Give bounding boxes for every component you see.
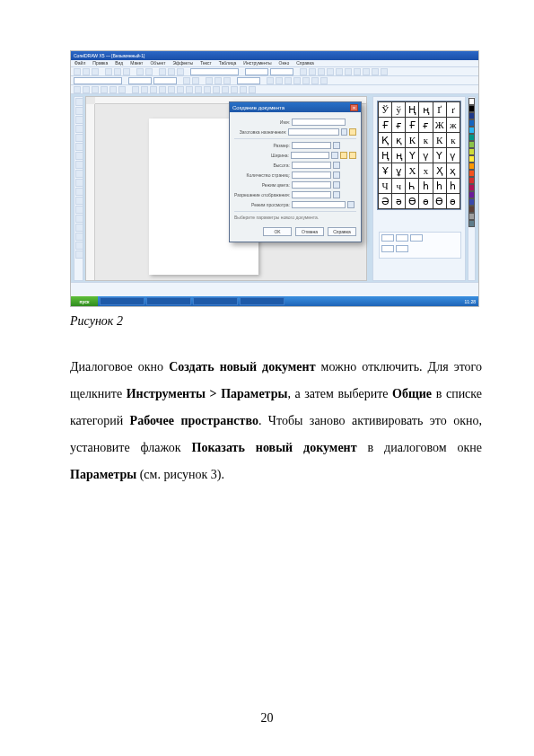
tool-button[interactable] bbox=[75, 161, 83, 169]
toolbar-button[interactable] bbox=[150, 86, 157, 93]
color-swatch[interactable] bbox=[468, 206, 475, 213]
toolbar-button[interactable] bbox=[168, 86, 175, 93]
glyph-cell[interactable]: Ч bbox=[379, 179, 392, 194]
field-preview[interactable] bbox=[292, 201, 346, 208]
toolbar-button[interactable] bbox=[223, 77, 231, 84]
toolbar-button[interactable] bbox=[320, 77, 328, 84]
toolbar-button[interactable] bbox=[381, 68, 388, 75]
toolbar-button[interactable] bbox=[74, 86, 81, 93]
menu-item[interactable]: Справка bbox=[296, 60, 314, 66]
tool-button[interactable] bbox=[75, 98, 83, 106]
glyph-cell[interactable]: ң bbox=[419, 102, 433, 118]
ok-button[interactable]: OK bbox=[263, 227, 292, 236]
glyph-cell[interactable]: К bbox=[433, 133, 446, 148]
toolbar-button[interactable] bbox=[345, 68, 352, 75]
glyph-cell[interactable]: Ң bbox=[406, 102, 419, 118]
tool-button[interactable] bbox=[75, 125, 83, 133]
field-dpi[interactable] bbox=[292, 191, 331, 198]
toolbar-button[interactable] bbox=[302, 77, 310, 84]
field-size[interactable] bbox=[292, 142, 331, 149]
glyph-cell[interactable]: һ bbox=[419, 179, 433, 194]
toolbar-number[interactable] bbox=[270, 68, 293, 75]
glyph-cell[interactable]: ҳ bbox=[446, 163, 460, 179]
toolbar-button[interactable] bbox=[123, 68, 130, 75]
tool-button[interactable] bbox=[75, 242, 83, 250]
toolbar-button[interactable] bbox=[145, 68, 153, 75]
glyph-cell[interactable]: к bbox=[419, 133, 433, 148]
toolbar-combo[interactable] bbox=[74, 77, 122, 84]
glyph-cell[interactable]: қ bbox=[392, 133, 406, 148]
toolbar-button[interactable] bbox=[159, 86, 166, 93]
toolbar-button[interactable] bbox=[222, 86, 229, 93]
cancel-button[interactable]: Отмена bbox=[295, 227, 324, 236]
toolbar-button[interactable] bbox=[249, 86, 256, 93]
field-preset[interactable] bbox=[288, 128, 338, 136]
glyph-cell[interactable]: ў bbox=[392, 102, 406, 118]
stepper-icon[interactable] bbox=[333, 162, 340, 169]
glyph-cell[interactable]: Ғ bbox=[406, 118, 419, 133]
toolbar-button[interactable] bbox=[74, 68, 81, 75]
menu-item[interactable]: Текст bbox=[200, 60, 212, 66]
toolbar-button[interactable] bbox=[109, 86, 117, 93]
menu-item[interactable]: Эффекты bbox=[172, 60, 193, 66]
help-button[interactable]: Справка bbox=[328, 227, 356, 236]
orientation-portrait-icon[interactable] bbox=[340, 152, 347, 159]
glyph-cell[interactable]: х bbox=[419, 163, 433, 179]
tool-button[interactable] bbox=[75, 197, 83, 205]
toolbar-button[interactable] bbox=[168, 68, 175, 75]
glyph-cell[interactable]: Х bbox=[406, 163, 419, 179]
toolbar-button[interactable] bbox=[192, 77, 199, 84]
toolbar-button[interactable] bbox=[136, 68, 144, 75]
glyph-cell[interactable]: Һ bbox=[406, 179, 419, 194]
save-preset-icon[interactable] bbox=[349, 128, 356, 136]
glyph-cell[interactable]: һ bbox=[446, 179, 460, 194]
color-swatch[interactable] bbox=[468, 220, 475, 227]
menu-item[interactable]: Макет bbox=[130, 60, 143, 66]
glyph-cell[interactable]: ү bbox=[446, 148, 460, 163]
start-button[interactable]: пуск bbox=[71, 296, 98, 306]
menu-item[interactable]: Объект bbox=[150, 60, 165, 66]
toolbar-button[interactable] bbox=[177, 68, 184, 75]
glyph-cell[interactable]: ө bbox=[419, 194, 433, 209]
glyph-cell[interactable]: ө bbox=[446, 194, 460, 209]
toolbar-button[interactable] bbox=[293, 77, 301, 84]
field-width[interactable] bbox=[291, 152, 329, 159]
color-swatch[interactable] bbox=[468, 148, 475, 155]
field-name[interactable]: Безымянный-1 bbox=[292, 119, 346, 126]
color-swatch[interactable] bbox=[468, 191, 475, 198]
toolbar-button[interactable] bbox=[240, 86, 247, 93]
glyph-cell[interactable]: к bbox=[446, 133, 460, 148]
color-swatch[interactable] bbox=[468, 170, 475, 177]
glyph-cell[interactable]: Ә bbox=[379, 194, 392, 209]
glyph-cell[interactable]: ә bbox=[392, 194, 406, 209]
toolbar-button[interactable] bbox=[92, 68, 99, 75]
toolbar-button[interactable] bbox=[195, 86, 202, 93]
tool-button[interactable] bbox=[75, 107, 83, 115]
tool-button[interactable] bbox=[75, 215, 83, 223]
toolbar-button[interactable] bbox=[159, 68, 166, 75]
tool-button[interactable] bbox=[75, 116, 83, 124]
toolbar-button[interactable] bbox=[206, 77, 213, 84]
field-colormode[interactable] bbox=[292, 181, 331, 189]
color-swatch[interactable] bbox=[468, 177, 475, 184]
task-button[interactable] bbox=[240, 297, 285, 305]
tool-button[interactable] bbox=[75, 224, 83, 232]
toolbar-button[interactable] bbox=[336, 68, 343, 75]
color-swatch[interactable] bbox=[468, 184, 475, 191]
color-swatch[interactable] bbox=[468, 141, 475, 148]
menu-item[interactable]: Правка bbox=[92, 60, 108, 66]
menu-item[interactable]: Окно bbox=[279, 60, 290, 66]
glyph-cell[interactable]: Ү bbox=[433, 148, 446, 163]
dropdown-icon[interactable] bbox=[347, 201, 355, 208]
dropdown-icon[interactable] bbox=[333, 142, 340, 149]
toolbar-button[interactable] bbox=[276, 77, 283, 84]
glyph-cell[interactable]: Ғ bbox=[379, 118, 392, 133]
glyph-cell[interactable]: ү bbox=[419, 148, 433, 163]
toolbar-number[interactable] bbox=[237, 77, 260, 84]
task-button[interactable] bbox=[146, 297, 191, 305]
glyph-cell[interactable]: Ж bbox=[433, 118, 446, 133]
glyph-cell[interactable]: ғ bbox=[419, 118, 433, 133]
glyph-cell[interactable]: Ө bbox=[433, 194, 446, 209]
toolbar-button[interactable] bbox=[101, 86, 108, 93]
glyph-cell[interactable]: Қ bbox=[379, 133, 392, 148]
